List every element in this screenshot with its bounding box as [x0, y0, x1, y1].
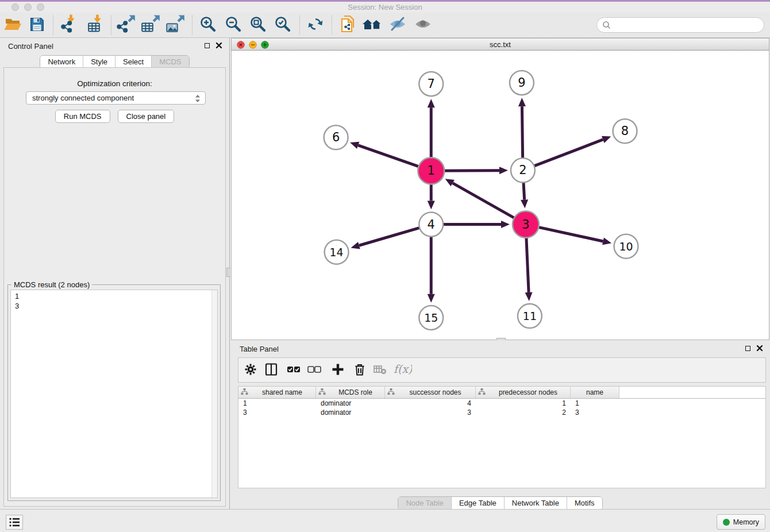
table-cell[interactable]: 1: [476, 399, 571, 408]
add-row-button[interactable]: [329, 362, 346, 379]
edge-arrowhead-1-2: [499, 167, 508, 174]
save-session-button[interactable]: [26, 15, 48, 36]
network-window-title: scc.txt: [232, 40, 769, 49]
table-row[interactable]: 1dominator411: [238, 399, 765, 408]
column-header-predecessor-nodes[interactable]: predecessor nodes: [476, 387, 571, 398]
open-network-file-button[interactable]: [336, 15, 358, 36]
zoom-out-button[interactable]: [222, 15, 244, 36]
tab-node-table[interactable]: Node Table: [398, 497, 451, 510]
export-image-button[interactable]: [164, 15, 186, 36]
table-cell[interactable]: 1: [238, 399, 316, 408]
show-columns-icon: [264, 363, 278, 379]
deselect-all-checkbox-button[interactable]: [306, 362, 323, 379]
close-panel-button[interactable]: Close panel: [118, 110, 175, 123]
column-header-MCDS-role[interactable]: MCDS role: [316, 387, 385, 398]
task-history-button[interactable]: [6, 515, 23, 530]
graph-node-label-9: 9: [518, 76, 525, 90]
table-toolbar: f(x): [238, 357, 766, 383]
refresh-view-button[interactable]: [305, 15, 326, 36]
search-field[interactable]: [596, 17, 764, 33]
mcds-result-title: MCDS result (2 nodes): [11, 280, 92, 289]
search-input[interactable]: [614, 20, 759, 30]
graph-node-label-14: 14: [330, 246, 344, 259]
import-network-button[interactable]: [58, 15, 80, 36]
column-header-successor-nodes[interactable]: successor nodes: [385, 387, 476, 398]
tab-network-table[interactable]: Network Table: [504, 497, 567, 510]
table-cell[interactable]: 3: [385, 408, 476, 417]
result-scrollbar[interactable]: [211, 290, 217, 498]
close-table-panel-icon[interactable]: [756, 345, 763, 352]
open-session-icon: [3, 15, 22, 36]
column-namespace-icon: [478, 388, 486, 397]
float-panel-icon[interactable]: [205, 43, 210, 48]
hide-selected-button[interactable]: [387, 15, 409, 36]
table-cell[interactable]: 3: [238, 408, 316, 417]
table-cell[interactable]: dominator: [316, 408, 385, 417]
graph-node-label-7: 7: [428, 77, 435, 91]
criterion-dropdown[interactable]: strongly connected component: [26, 91, 206, 105]
refresh-view-icon: [307, 16, 324, 35]
tab-select[interactable]: Select: [115, 56, 151, 68]
tab-mcds[interactable]: MCDS: [151, 56, 188, 68]
table-panel: Table Panel f(x) shared nameMCDS rolesuc…: [230, 340, 770, 509]
function-builder-button: f(x): [394, 362, 411, 379]
memory-status-icon: [723, 519, 730, 526]
import-table-button[interactable]: [84, 15, 106, 36]
graph-node-label-1: 1: [428, 164, 435, 178]
home-layout-icon: [362, 16, 383, 35]
tab-edge-table[interactable]: Edge Table: [451, 497, 504, 510]
network-graph[interactable]: 1234678910111415: [232, 51, 769, 340]
close-panel-icon[interactable]: [215, 42, 222, 49]
memory-button[interactable]: Memory: [717, 514, 765, 530]
zoom-fit-button[interactable]: [247, 15, 269, 36]
run-mcds-button[interactable]: Run MCDS: [55, 110, 110, 123]
table-cell[interactable]: 3: [571, 408, 619, 417]
edge-arrowhead-1-6: [350, 142, 359, 149]
show-all-button[interactable]: [412, 15, 434, 36]
column-header-shared-name[interactable]: shared name: [238, 387, 316, 398]
add-row-icon: [331, 363, 345, 379]
import-table-icon: [86, 14, 105, 36]
mcds-result-text: 1 3: [11, 290, 211, 498]
tab-network[interactable]: Network: [40, 56, 83, 68]
export-table-button[interactable]: [140, 15, 161, 36]
graph-node-label-6: 6: [332, 130, 340, 144]
table-cell[interactable]: 4: [385, 399, 476, 408]
table-cell[interactable]: dominator: [316, 399, 385, 408]
control-panel: Control Panel NetworkStyleSelectMCDS Opt…: [0, 38, 230, 509]
export-network-button[interactable]: [115, 15, 137, 36]
open-network-file-icon: [338, 14, 356, 36]
control-panel-title: Control Panel: [8, 42, 53, 51]
column-header-label: shared name: [251, 388, 313, 396]
edge-arrowhead-1-7: [428, 99, 435, 107]
toolbar-separator: [192, 16, 192, 35]
tab-motifs[interactable]: Motifs: [567, 497, 602, 510]
edge-2-8[interactable]: [523, 140, 603, 170]
tab-style[interactable]: Style: [83, 56, 115, 68]
zoom-in-button[interactable]: [197, 15, 219, 36]
table-cell[interactable]: 2: [476, 408, 571, 417]
workspace-region: scc.txt 1234678910111415 Table Panel f(x…: [230, 38, 770, 509]
column-header-name[interactable]: name: [571, 387, 619, 398]
float-table-panel-icon[interactable]: [745, 346, 750, 351]
network-canvas[interactable]: 1234678910111415: [231, 51, 769, 340]
column-namespace-icon: [241, 388, 248, 397]
table-row[interactable]: 3dominator323: [238, 408, 765, 417]
toolbar-separator: [111, 16, 111, 35]
table-panel-header: Table Panel: [230, 340, 770, 356]
column-header-label: successor nodes: [398, 388, 473, 396]
table-cell[interactable]: 1: [571, 399, 619, 408]
settings-gear-button[interactable]: [242, 362, 259, 379]
network-window-titlebar[interactable]: scc.txt: [231, 38, 769, 51]
zoom-selected-button[interactable]: [272, 15, 294, 36]
mcds-result-area[interactable]: 1 3: [10, 290, 218, 498]
table-panel-tabs: Node TableEdge TableNetwork TableMotifs: [230, 496, 770, 510]
show-columns-button[interactable]: [263, 362, 280, 379]
open-session-button[interactable]: [2, 15, 24, 36]
home-layout-button[interactable]: [361, 15, 383, 36]
search-icon: [602, 21, 611, 29]
delete-row-button[interactable]: [351, 362, 368, 379]
select-all-checkbox-button[interactable]: [285, 362, 302, 379]
export-table-icon: [140, 14, 161, 36]
node-table[interactable]: shared nameMCDS rolesuccessor nodesprede…: [238, 386, 766, 488]
